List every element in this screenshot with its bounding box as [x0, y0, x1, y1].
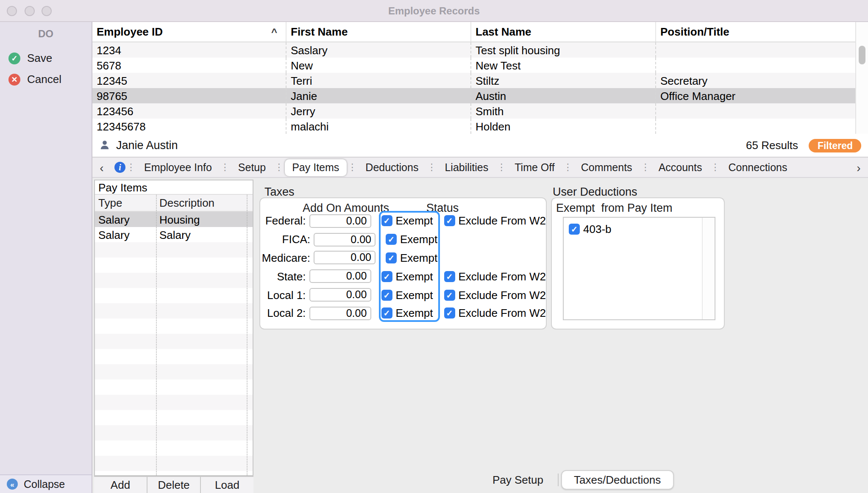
sidebar-header: DO — [0, 28, 92, 40]
state-addon-input[interactable] — [309, 270, 371, 283]
exempt-from-pay-item-label: Exempt from Pay Item — [556, 202, 673, 214]
cell-employee-id: 1234 — [92, 42, 287, 58]
pay-items-panel: Pay Items Type Description Salary Housin… — [94, 180, 253, 476]
cell-first-name: Terri — [287, 73, 471, 88]
cell-first-name: Janie — [287, 88, 471, 103]
state-label: State: — [260, 270, 309, 283]
cancel-button[interactable]: ✕ Cancel — [0, 69, 92, 90]
deduction-label: 403-b — [583, 223, 612, 235]
fica-addon-input[interactable] — [314, 233, 376, 246]
tab-employee-info[interactable]: Employee Info — [136, 159, 220, 176]
window-title: Employee Records — [388, 5, 480, 17]
delete-button[interactable]: Delete — [147, 477, 201, 493]
federal-label: Federal: — [260, 215, 309, 227]
cell-description: Housing — [156, 213, 253, 226]
tab-menu-icon[interactable]: ⋮ — [426, 162, 437, 173]
tab-connections[interactable]: Connections — [721, 159, 795, 176]
exclude-w2-label: Exclude From W2 — [458, 288, 546, 301]
cell-type: Salary — [95, 213, 156, 226]
local2-addon-input[interactable] — [309, 307, 371, 320]
local1-exclude-w2-checkbox[interactable]: ✓ — [444, 289, 455, 300]
403b-checkbox[interactable]: ✓ — [569, 224, 580, 235]
fica-exempt-checkbox[interactable]: ✓ — [386, 234, 397, 245]
local2-exclude-w2-checkbox[interactable]: ✓ — [444, 308, 455, 319]
zoom-button[interactable] — [42, 6, 52, 16]
tab-menu-icon[interactable]: ⋮ — [125, 162, 136, 173]
medicare-exempt-checkbox[interactable]: ✓ — [386, 252, 397, 263]
federal-exclude-w2-checkbox[interactable]: ✓ — [444, 216, 455, 227]
local2-exempt-checkbox[interactable]: ✓ — [381, 308, 392, 319]
table-row[interactable]: 5678 New New Test — [92, 58, 855, 73]
info-icon[interactable]: i — [114, 162, 125, 173]
tab-setup[interactable]: Setup — [231, 159, 273, 176]
add-button[interactable]: Add — [94, 477, 147, 493]
federal-exempt-checkbox[interactable]: ✓ — [381, 216, 392, 227]
collapse-button[interactable]: « Collapse — [0, 474, 92, 493]
employee-table-header: Employee ID ^ First Name Last Name Posit… — [92, 22, 855, 42]
exempt-label: Exempt — [400, 252, 437, 264]
table-row[interactable]: 12345 Terri Stiltz Secretary — [92, 73, 855, 88]
column-label: Last Name — [476, 25, 531, 38]
taxes-group-box: Add On Amounts Status Federal: ✓ Exempt … — [259, 197, 547, 330]
tab-deductions[interactable]: Deductions — [358, 159, 426, 176]
column-header-last-name[interactable]: Last Name — [471, 22, 656, 42]
column-header-first-name[interactable]: First Name — [287, 22, 471, 42]
list-scrollbar-track[interactable] — [702, 218, 715, 319]
tab-menu-icon[interactable]: ⋮ — [347, 162, 358, 173]
close-button[interactable] — [7, 6, 17, 16]
state-exempt-checkbox[interactable]: ✓ — [381, 271, 392, 282]
local1-addon-input[interactable] — [309, 288, 371, 302]
pay-items-rows: Salary Housing Salary Salary — [95, 212, 253, 475]
pay-item-row[interactable]: Salary Salary — [95, 227, 253, 242]
exempt-label: Exempt — [395, 288, 433, 301]
scroll-tabs-right-button[interactable]: › — [849, 161, 868, 174]
table-row-selected[interactable]: 98765 Janie Austin Office Manager — [92, 88, 855, 103]
local2-label: Local 2: — [260, 307, 309, 320]
cell-position — [656, 119, 855, 134]
tab-time-off[interactable]: Time Off — [507, 159, 562, 176]
column-header-position[interactable]: Position/Title — [656, 22, 855, 42]
pay-item-row-selected[interactable]: Salary Housing — [95, 212, 253, 227]
tab-menu-icon[interactable]: ⋮ — [273, 162, 284, 173]
scroll-tabs-left-button[interactable]: ‹ — [92, 161, 111, 174]
local1-label: Local 1: — [260, 288, 309, 301]
save-button[interactable]: ✓ Save — [0, 47, 92, 69]
tab-pay-setup[interactable]: Pay Setup — [481, 471, 555, 489]
table-row[interactable]: 12345678 malachi Holden — [92, 119, 855, 134]
column-label: Position/Title — [660, 25, 729, 38]
table-row[interactable]: 123456 Jerry Smith — [92, 103, 855, 119]
tab-accounts[interactable]: Accounts — [651, 159, 710, 176]
cell-employee-id: 98765 — [92, 88, 287, 103]
tab-menu-icon[interactable]: ⋮ — [562, 162, 573, 173]
tab-menu-icon[interactable]: ⋮ — [496, 162, 507, 173]
cell-last-name: Smith — [471, 103, 656, 119]
tab-menu-icon[interactable]: ⋮ — [709, 162, 721, 173]
medicare-addon-input[interactable] — [314, 251, 376, 265]
tab-comments[interactable]: Comments — [573, 159, 640, 176]
cell-employee-id: 12345678 — [92, 119, 287, 134]
column-header-description[interactable]: Description — [156, 197, 253, 209]
minimize-button[interactable] — [24, 6, 34, 16]
cell-position: Secretary — [656, 73, 855, 88]
filtered-badge[interactable]: Filtered — [809, 138, 861, 152]
tab-menu-icon[interactable]: ⋮ — [640, 162, 651, 173]
load-button[interactable]: Load — [201, 477, 253, 493]
tab-pay-items[interactable]: Pay Items — [284, 159, 347, 176]
tab-taxes-deductions[interactable]: Taxes/Deductions — [561, 470, 673, 490]
table-scrollbar[interactable] — [855, 22, 868, 134]
column-header-employee-id[interactable]: Employee ID ^ — [92, 22, 287, 42]
tab-menu-icon[interactable]: ⋮ — [220, 162, 231, 173]
tab-liabilities[interactable]: Liabilities — [437, 159, 496, 176]
column-header-type[interactable]: Type — [95, 197, 156, 209]
cell-description: Salary — [156, 228, 253, 241]
scrollbar-thumb[interactable] — [859, 46, 865, 64]
state-exclude-w2-checkbox[interactable]: ✓ — [444, 271, 455, 282]
list-item-403b[interactable]: ✓ 403-b — [564, 218, 715, 235]
local1-exempt-checkbox[interactable]: ✓ — [381, 289, 392, 300]
table-row[interactable]: 1234 Saslary Test split housing — [92, 42, 855, 58]
exempt-label: Exempt — [395, 307, 433, 320]
federal-addon-input[interactable] — [309, 214, 371, 228]
taxes-group-label: Taxes — [264, 186, 295, 198]
window-controls — [7, 6, 52, 16]
employee-table: Employee ID ^ First Name Last Name Posit… — [92, 22, 868, 134]
